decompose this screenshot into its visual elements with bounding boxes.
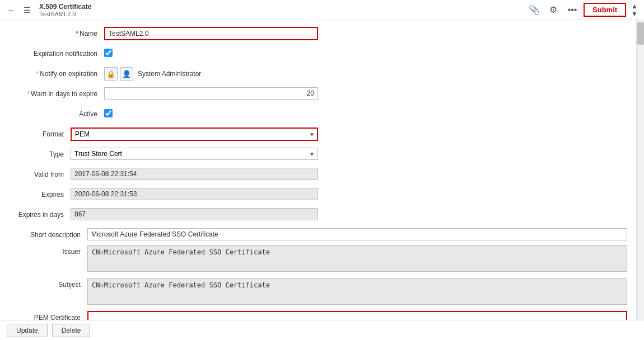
issuer-row: Issuer CN=Microsoft Azure Federated SSO … — [9, 245, 627, 273]
submit-button[interactable]: Submit — [584, 3, 626, 17]
notify-lock-icon[interactable]: 🔒 — [104, 67, 118, 81]
menu-button[interactable]: ☰ — [20, 3, 34, 17]
back-button[interactable]: ← — [4, 3, 18, 17]
name-control — [104, 27, 318, 40]
top-form-grid: *Name Expiration notification — [9, 27, 627, 228]
format-row: Format PEM DER PKCS12 ▼ — [9, 128, 318, 143]
type-row: Type Trust Store Cert Client Auth Cert S… — [9, 148, 318, 163]
short-description-row: Short description — [9, 228, 627, 240]
warn-days-row: *Warn in days to expire — [9, 87, 318, 103]
expiration-notification-label: Expiration notification — [9, 47, 104, 58]
attachment-icon[interactable]: 📎 — [526, 2, 542, 18]
name-label: *Name — [9, 27, 104, 37]
short-description-control — [87, 228, 627, 240]
notify-user-text: System Administrator — [138, 70, 201, 78]
scrollbar-track[interactable] — [636, 20, 644, 340]
valid-from-input — [71, 168, 318, 180]
settings-icon[interactable]: ⚙ — [545, 2, 561, 18]
left-column: *Name Expiration notification — [9, 27, 318, 128]
expiration-notification-checkbox[interactable] — [104, 49, 113, 57]
active-row: Active — [9, 107, 318, 123]
type-select-wrapper: Trust Store Cert Client Auth Cert Server… — [71, 148, 318, 160]
active-label: Active — [9, 107, 104, 118]
short-description-input[interactable] — [87, 228, 627, 240]
subject-control: CN=Microsoft Azure Federated SSO Certifi… — [87, 278, 627, 306]
update-button[interactable]: Update — [7, 324, 48, 337]
issuer-control: CN=Microsoft Azure Federated SSO Certifi… — [87, 245, 627, 273]
name-row: *Name — [9, 27, 318, 42]
sub-title: TestSAML2.0 — [39, 11, 91, 17]
page-title-block: X.509 Certificate TestSAML2.0 — [39, 3, 91, 17]
down-button[interactable]: ▼ — [629, 10, 640, 18]
warn-days-label: *Warn in days to expire — [9, 87, 104, 98]
format-select[interactable]: PEM DER PKCS12 — [71, 128, 318, 141]
expires-control — [71, 188, 318, 200]
notify-user-icon[interactable]: 👤 — [120, 67, 133, 81]
expires-row: Expires — [9, 188, 318, 204]
form-content: *Name Expiration notification — [0, 20, 636, 340]
expires-in-days-row: Expires in days — [9, 208, 318, 224]
valid-from-control — [71, 168, 318, 180]
name-input[interactable] — [104, 27, 318, 40]
issuer-label: Issuer — [9, 245, 87, 256]
delete-button[interactable]: Delete — [52, 324, 91, 337]
nav-buttons: ← ☰ — [4, 3, 34, 17]
short-description-label: Short description — [9, 228, 87, 239]
expires-in-days-input — [71, 208, 318, 220]
more-icon[interactable]: ••• — [564, 2, 580, 18]
notify-label: *Notify on expiration — [9, 67, 104, 78]
subject-textarea: CN=Microsoft Azure Federated SSO Certifi… — [87, 278, 627, 305]
warn-days-control — [104, 87, 318, 100]
topbar-actions: 📎 ⚙ ••• Submit ▲ ▼ — [526, 2, 640, 18]
expires-in-days-control — [71, 208, 318, 220]
format-control: PEM DER PKCS12 ▼ — [71, 128, 318, 141]
valid-from-row: Valid from — [9, 168, 318, 183]
up-button[interactable]: ▲ — [629, 2, 640, 10]
main-area: *Name Expiration notification — [0, 20, 644, 340]
active-control — [104, 107, 318, 117]
bottom-bar: Update Delete — [0, 320, 644, 340]
notify-control: 🔒 👤 System Administrator — [104, 67, 318, 81]
topbar: ← ☰ X.509 Certificate TestSAML2.0 📎 ⚙ ••… — [0, 0, 644, 20]
right-column: Format PEM DER PKCS12 ▼ — [9, 128, 318, 228]
expires-label: Expires — [9, 188, 71, 199]
warn-days-input[interactable] — [104, 87, 318, 100]
expiration-notification-control — [104, 47, 318, 57]
valid-from-label: Valid from — [9, 168, 71, 178]
expires-input — [71, 188, 318, 200]
active-checkbox[interactable] — [104, 109, 113, 117]
subject-row: Subject CN=Microsoft Azure Federated SSO… — [9, 278, 627, 306]
up-down-nav: ▲ ▼ — [629, 2, 640, 18]
issuer-textarea: CN=Microsoft Azure Federated SSO Certifi… — [87, 245, 627, 272]
type-control: Trust Store Cert Client Auth Cert Server… — [71, 148, 318, 160]
type-label: Type — [9, 148, 71, 158]
notify-row: *Notify on expiration 🔒 👤 System Adminis… — [9, 67, 318, 83]
main-title: X.509 Certificate — [39, 3, 91, 11]
expires-in-days-label: Expires in days — [9, 208, 71, 219]
subject-label: Subject — [9, 278, 87, 289]
format-select-wrapper: PEM DER PKCS12 ▼ — [71, 128, 318, 141]
type-select[interactable]: Trust Store Cert Client Auth Cert Server… — [71, 148, 318, 160]
format-label: Format — [9, 128, 71, 138]
scrollbar-thumb[interactable] — [637, 22, 644, 45]
expiration-notification-row: Expiration notification — [9, 47, 318, 63]
